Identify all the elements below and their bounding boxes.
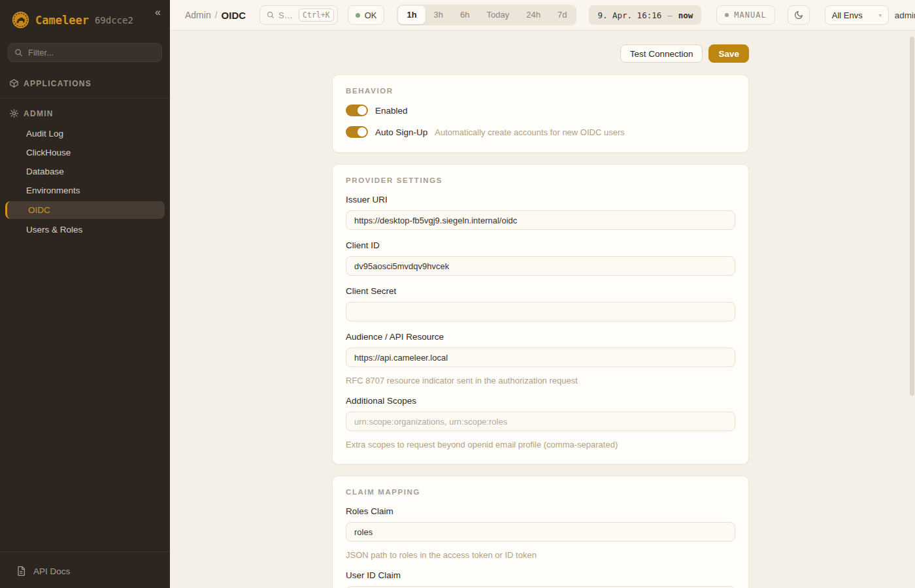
date-range-start: 9. Apr. 16:16 [597,10,661,20]
cameleer-logo-icon [12,11,29,29]
refresh-mode-dot [725,13,729,17]
issuer-uri-label: Issuer URI [346,195,735,204]
theme-toggle-button[interactable] [788,5,810,25]
sidebar: Cameleer 69dcce2 « APPLICATIONS ADMIN [0,0,170,588]
time-range-6h[interactable]: 6h [452,6,478,24]
sidebar-item-audit-log[interactable]: Audit Log [0,124,170,143]
audience-hint: RFC 8707 resource indicator sent in the … [346,376,735,385]
gear-icon [9,108,19,118]
environment-select-value: All Envs [832,10,863,20]
filter-input[interactable] [8,43,162,62]
auto-signup-hint: Automatically create accounts for new OI… [435,127,624,137]
sidebar-footer-divider [0,551,170,552]
sidebar-item-database[interactable]: Database [0,162,170,181]
audience-input[interactable] [346,348,735,367]
save-button[interactable]: Save [708,44,749,63]
search-icon [14,48,24,57]
provider-card-title: PROVIDER SETTINGS [346,176,735,184]
sidebar-filter [8,43,162,62]
global-search[interactable]: Ctrl+K [259,5,338,25]
topbar: Admin / OIDC Ctrl+K OK 1h 3h 6h Today [170,0,915,31]
sidebar-footer: API Docs [0,547,170,588]
search-icon [266,10,275,20]
client-id-label: Client ID [346,240,735,250]
brand-name: Cameleer [35,14,89,27]
username-label: admin [895,10,915,20]
cube-icon [9,78,19,88]
additional-scopes-hint: Extra scopes to request beyond openid em… [346,440,735,449]
audience-label: Audience / API Resource [346,332,735,342]
time-range-24h[interactable]: 24h [518,6,549,24]
issuer-uri-input[interactable] [346,210,735,230]
breadcrumb: Admin / OIDC [185,10,246,21]
auto-signup-toggle-label: Auto Sign-Up [375,127,427,137]
chevron-down-icon: ▾ [879,12,882,18]
provider-settings-card: PROVIDER SETTINGS Issuer URI Client ID C… [332,164,749,465]
sidebar-item-environments[interactable]: Environments [0,181,170,200]
toggle-knob [358,127,367,137]
search-shortcut-kbd: Ctrl+K [299,8,334,22]
date-range-end: now [678,10,693,20]
claim-card-title: CLAIM MAPPING [346,488,735,496]
sidebar-item-clickhouse[interactable]: ClickHouse [0,143,170,162]
refresh-mode-button[interactable]: MANUAL [716,5,774,25]
page-actions: Test Connection Save [332,44,749,63]
refresh-mode-label: MANUAL [734,10,766,20]
time-range-7d[interactable]: 7d [549,6,575,24]
time-range-today[interactable]: Today [478,6,518,24]
date-range-picker[interactable]: 9. Apr. 16:16 — now [589,5,701,25]
section-admin[interactable]: ADMIN [0,103,170,124]
document-icon [16,566,26,576]
client-secret-label: Client Secret [346,286,735,296]
client-secret-input[interactable] [346,302,735,321]
section-admin-label: ADMIN [24,109,54,118]
additional-scopes-label: Additional Scopes [346,396,735,406]
test-connection-button[interactable]: Test Connection [620,44,703,63]
roles-claim-label: Roles Claim [346,506,735,516]
enabled-toggle-row: Enabled [346,105,735,116]
user-id-claim-label: User ID Claim [346,570,735,580]
page-content: Test Connection Save BEHAVIOR Enabled Au… [170,31,915,588]
auto-signup-toggle[interactable] [346,126,368,138]
breadcrumb-admin[interactable]: Admin [185,10,211,20]
moon-icon [793,10,804,20]
enabled-toggle-label: Enabled [375,106,408,116]
status-green-dot [356,13,360,18]
breadcrumb-separator: / [215,10,218,20]
health-status-button[interactable]: OK [348,5,385,25]
claim-mapping-card: CLAIM MAPPING Roles Claim JSON path to r… [332,476,749,588]
sidebar-item-users-roles[interactable]: Users & Roles [0,220,170,239]
main-area: Admin / OIDC Ctrl+K OK 1h 3h 6h Today [170,0,915,588]
time-range-segmented-control: 1h 3h 6h Today 24h 7d [397,5,576,25]
additional-scopes-input[interactable] [346,412,735,431]
build-version: 69dcce2 [95,15,133,25]
api-docs-link[interactable]: API Docs [0,556,170,588]
breadcrumb-page: OIDC [222,10,246,21]
sidebar-divider [0,98,170,99]
status-label: OK [365,10,377,20]
date-range-separator: — [667,10,673,20]
toggle-knob [358,106,367,115]
time-range-3h[interactable]: 3h [425,6,452,24]
environment-select[interactable]: All Envs ▾ [825,5,889,25]
api-docs-label: API Docs [33,566,70,576]
auto-signup-toggle-row: Auto Sign-Up Automatically create accoun… [346,126,735,138]
roles-claim-input[interactable] [346,522,735,542]
search-input[interactable] [278,10,295,20]
section-applications-label: APPLICATIONS [24,79,92,88]
enabled-toggle[interactable] [346,105,368,116]
sidebar-header: Cameleer 69dcce2 « [0,0,170,38]
admin-nav: Audit Log ClickHouse Database Environmen… [0,124,170,239]
scrollbar[interactable] [910,37,914,396]
app-window: Cameleer 69dcce2 « APPLICATIONS ADMIN [0,0,915,588]
section-applications[interactable]: APPLICATIONS [0,73,170,94]
time-range-1h[interactable]: 1h [398,6,425,24]
behavior-card-title: BEHAVIOR [346,87,735,95]
sidebar-item-oidc[interactable]: OIDC [5,201,165,219]
client-id-input[interactable] [346,256,735,276]
sidebar-collapse-button[interactable]: « [155,7,161,18]
roles-claim-hint: JSON path to roles in the access token o… [346,550,735,560]
behavior-card: BEHAVIOR Enabled Auto Sign-Up Automatica… [332,74,749,153]
